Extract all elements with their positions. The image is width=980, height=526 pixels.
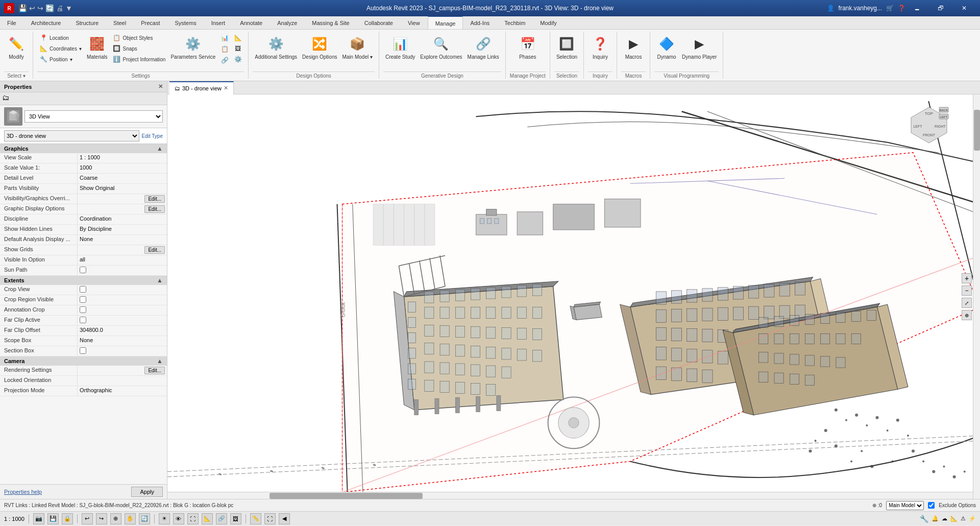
close-button[interactable]: ✕ (952, 0, 976, 16)
design-options-bar-button[interactable]: ⛶ (264, 513, 276, 524)
undo-btn[interactable]: ↩ (29, 4, 35, 12)
wheel-button[interactable]: ⊕ (110, 513, 121, 524)
apply-button[interactable]: Apply (131, 487, 163, 497)
btn-location[interactable]: 📍 Location (37, 33, 84, 43)
show-grids-edit-button[interactable]: Edit... (144, 246, 165, 254)
campus-3d-view[interactable]: G-blok (167, 94, 980, 499)
zoom-out-button[interactable]: − (962, 285, 972, 296)
visibility-graphics-edit-button[interactable]: Edit... (144, 195, 165, 203)
btn-dynamo-player[interactable]: ▶ Dynamo Player (680, 33, 719, 61)
crop-button[interactable]: ⛶ (187, 513, 199, 524)
properties-close-button[interactable]: ✕ (158, 83, 163, 90)
model-selector-dropdown[interactable]: Main Model (886, 501, 924, 510)
btn-dynamo[interactable]: 🔷 Dynamo (654, 33, 679, 61)
tab-structure[interactable]: Structure (68, 16, 106, 29)
prop-analysis-display-value[interactable]: None (78, 235, 167, 245)
exclude-options-checkbox[interactable] (928, 502, 935, 509)
section-box-checkbox[interactable] (80, 347, 86, 354)
tab-architecture[interactable]: Architecture (24, 16, 69, 29)
worksets-button[interactable]: 📏 (250, 513, 261, 524)
prop-view-scale-value[interactable]: 1 : 1000 (78, 153, 167, 163)
qa-dropdown[interactable]: ▼ (65, 4, 72, 12)
rendering-settings-edit-button[interactable]: Edit... (144, 367, 165, 374)
help-icon[interactable]: ❓ (898, 5, 905, 12)
edit-type-button[interactable]: Edit Type (141, 133, 163, 139)
prop-scope-box-value[interactable]: None (78, 336, 167, 346)
prop-visible-option-value[interactable]: all (78, 255, 167, 265)
btn-parameters-service[interactable]: ⚙️ Parameters Service (168, 33, 217, 61)
btn-selection[interactable]: 🔲 Selection (554, 33, 579, 61)
btn-macros[interactable]: ▶ Macros (621, 33, 646, 61)
btn-create-study[interactable]: 📊 Create Study (383, 33, 417, 61)
crop-view-checkbox[interactable] (80, 286, 86, 293)
section-box-btn[interactable]: 📐 (202, 513, 213, 524)
btn-s5[interactable]: 🖼 (232, 43, 244, 54)
tab-precast[interactable]: Precast (134, 16, 167, 29)
lock-button[interactable]: 🔒 (62, 513, 73, 524)
tab-steel[interactable]: Steel (106, 16, 134, 29)
orbit-button[interactable]: 🔄 (139, 513, 150, 524)
prop-sun-path-value[interactable] (78, 266, 167, 275)
active-view-tab[interactable]: 🗂 3D - drone view ✕ (169, 81, 234, 94)
save-view-button[interactable]: 💾 (47, 513, 59, 524)
3d-view-canvas[interactable]: TOP RIGHT LEFT FRONT BACK LEFT + − ⤢ ⊕ (167, 94, 980, 499)
btn-modify[interactable]: ✏️ Modify (4, 33, 29, 61)
maximize-button[interactable]: 🗗 (929, 0, 952, 16)
tab-techbim[interactable]: Techbim (497, 16, 533, 29)
btn-project-info[interactable]: ℹ️ Project Information (111, 54, 168, 64)
pan-button[interactable]: ✋ (125, 513, 136, 524)
prop-parts-vis-value[interactable]: Show Original (78, 184, 167, 194)
previous-button[interactable]: ◀ (279, 513, 290, 524)
graphic-display-edit-button[interactable]: Edit... (144, 205, 165, 213)
v-scroll-thumb[interactable] (974, 110, 980, 151)
prop-detail-level-value[interactable]: Coarse (78, 174, 167, 183)
btn-s4[interactable]: 📐 (232, 33, 244, 43)
tab-addins[interactable]: Add-Ins (463, 16, 497, 29)
prop-locked-orientation-value[interactable] (78, 376, 167, 386)
window-controls[interactable]: 🗕 🗗 ✕ (905, 0, 976, 16)
graphics-section-header[interactable]: Graphics ▲ (0, 144, 167, 153)
crop-region-checkbox[interactable] (80, 296, 86, 303)
btn-coordinates[interactable]: 📐 Coordinates ▾ (37, 43, 84, 54)
print-btn[interactable]: 🖨 (56, 4, 63, 12)
btn-main-model[interactable]: 📦 Main Model ▾ (340, 33, 374, 61)
redo-view-button[interactable]: ↪ (96, 513, 107, 524)
tab-annotate[interactable]: Annotate (233, 16, 270, 29)
tab-file[interactable]: File (0, 16, 24, 29)
temporary-hide-button[interactable]: 🔗 (216, 513, 227, 524)
prop-crop-region-value[interactable] (78, 295, 167, 305)
h-scroll-thumb[interactable] (270, 493, 423, 499)
btn-explore-outcomes[interactable]: 🔍 Explore Outcomes (418, 33, 464, 61)
prop-crop-view-value[interactable] (78, 285, 167, 295)
undo-view-button[interactable]: ↩ (82, 513, 93, 524)
shadow-button[interactable]: ☀ (159, 513, 170, 524)
steering-wheel-button[interactable]: ⊕ (962, 310, 972, 320)
tab-manage[interactable]: Manage (428, 16, 463, 29)
prop-section-box-value[interactable] (78, 346, 167, 356)
save-btn[interactable]: 💾 (18, 4, 27, 12)
3d-view-tab-icon[interactable]: 🗂 (2, 93, 12, 104)
btn-materials[interactable]: 🧱 Materials (85, 33, 110, 61)
tab-view[interactable]: View (401, 16, 428, 29)
camera-button[interactable]: 📷 (33, 513, 44, 524)
annotation-crop-checkbox[interactable] (80, 306, 86, 313)
tab-massing[interactable]: Massing & Site (305, 16, 357, 29)
btn-snaps[interactable]: 🔲 Snaps (111, 43, 168, 54)
prop-discipline-value[interactable]: Coordination (78, 214, 167, 224)
redo-btn[interactable]: ↪ (37, 4, 43, 12)
prop-far-clip-active-value[interactable] (78, 316, 167, 325)
tab-systems[interactable]: Systems (167, 16, 204, 29)
prop-projection-mode-value[interactable]: Orthographic (78, 386, 167, 396)
navigation-cube[interactable]: TOP RIGHT LEFT FRONT BACK LEFT (909, 105, 949, 146)
btn-s1[interactable]: 📊 (218, 33, 231, 43)
tab-collaborate[interactable]: Collaborate (357, 16, 401, 29)
minimize-button[interactable]: 🗕 (905, 0, 929, 16)
btn-design-options[interactable]: 🔀 Design Options (300, 33, 339, 61)
view-tab-close-button[interactable]: ✕ (224, 85, 228, 91)
show-render-button[interactable]: 👁 (173, 513, 184, 524)
btn-s3[interactable]: 🔗 (218, 55, 231, 65)
prop-scale-value-val[interactable]: 1000 (78, 163, 167, 173)
btn-object-styles[interactable]: 📋 Object Styles (111, 33, 168, 43)
view-name-dropdown[interactable]: 3D - drone view (4, 130, 139, 141)
sun-path-checkbox[interactable] (80, 267, 86, 273)
